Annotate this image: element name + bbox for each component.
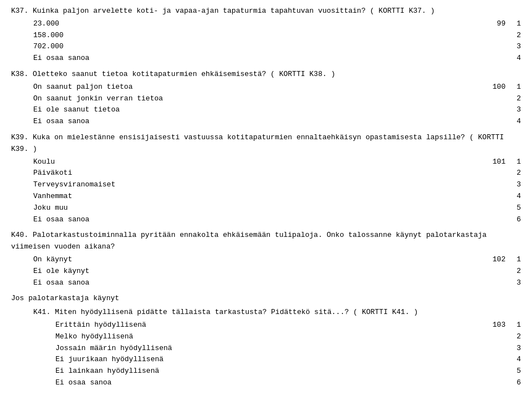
- answer-num2: 2: [516, 266, 521, 277]
- question-k37: K37. Kuinka paljon arvelette koti- ja va…: [11, 6, 521, 64]
- table-row: Ei lainkaan hyödyllisenä 5: [44, 366, 521, 377]
- answer-numbers: 3: [477, 179, 521, 191]
- k39-answers: Koulu 101 1 Päiväkoti 2 Terveysviranomai…: [11, 156, 521, 226]
- answer-num2: 2: [516, 331, 521, 343]
- table-row: Ei osaa sanoa 6: [44, 377, 521, 389]
- table-row: Terveysviranomaiset 3: [22, 179, 521, 191]
- question-k40-text: K40. Palotarkastustoiminnalla pyritään e…: [11, 230, 521, 253]
- answer-num2: 6: [516, 377, 521, 389]
- answer-label: Ei osaa sanoa: [33, 214, 477, 226]
- answer-numbers: 4: [477, 191, 521, 202]
- answer-label: Joku muu: [33, 202, 477, 214]
- answer-num2: 1: [516, 320, 521, 331]
- answer-numbers: 99 1: [477, 18, 521, 30]
- table-row: Melko hyödyllisenä 2: [44, 331, 521, 343]
- answer-numbers: 2: [477, 30, 521, 42]
- answer-num2: 1: [516, 18, 521, 30]
- answer-numbers: 4: [477, 354, 521, 366]
- answer-label: Melko hyödyllisenä: [55, 331, 477, 343]
- table-row: 702.000 3: [22, 41, 521, 53]
- answer-num1: 100: [493, 82, 505, 93]
- answer-numbers: 3: [477, 41, 521, 53]
- table-row: Ei ole käynyt 2: [22, 266, 521, 277]
- answer-numbers: 100 1: [477, 82, 521, 93]
- answer-label: Ei osaa sanoa: [33, 116, 477, 128]
- k37-answers: 23.000 99 1 158.000 2 702.000 3: [11, 18, 521, 64]
- answer-numbers: 101 1: [477, 156, 521, 168]
- answer-numbers: 5: [477, 366, 521, 377]
- answer-numbers: 2: [477, 266, 521, 277]
- table-row: Erittäin hyödyllisenä 103 1: [44, 320, 521, 331]
- k41-answers: Erittäin hyödyllisenä 103 1 Melko hyödyl…: [33, 320, 521, 389]
- answer-num1: 102: [493, 254, 505, 266]
- answer-num2: 1: [516, 254, 521, 266]
- answer-label: Terveysviranomaiset: [33, 179, 477, 191]
- answer-numbers: 2: [477, 93, 521, 105]
- answer-num2: 2: [516, 168, 521, 179]
- answer-num2: 1: [516, 156, 521, 168]
- answer-label: Ei juurikaan hyödyllisenä: [55, 354, 477, 366]
- answer-num2: 2: [516, 93, 521, 105]
- answer-num2: 4: [516, 116, 521, 128]
- answer-num2: 1: [516, 82, 521, 93]
- answer-num2: 5: [516, 202, 521, 214]
- answer-num2: 3: [516, 41, 521, 53]
- answer-numbers: 103 1: [477, 320, 521, 331]
- question-k38-text: K38. Oletteko saanut tietoa kotitapaturm…: [11, 69, 521, 80]
- table-row: Joku muu 5: [22, 202, 521, 214]
- answer-label: Jossain määrin hyödyllisenä: [55, 343, 477, 355]
- answer-num1: 101: [493, 156, 505, 168]
- answer-num2: 6: [516, 214, 521, 226]
- answer-numbers: 2: [477, 168, 521, 179]
- main-content: K37. Kuinka paljon arvelette koti- ja va…: [11, 6, 521, 389]
- answer-numbers: 2: [477, 331, 521, 343]
- k40-answers: On käynyt 102 1 Ei ole käynyt 2 Ei osaa …: [11, 254, 521, 288]
- answer-num2: 3: [516, 179, 521, 191]
- answer-num2: 3: [516, 343, 521, 355]
- answer-numbers: 6: [477, 377, 521, 389]
- answer-num1: 99: [497, 18, 506, 30]
- answer-label: Ei lainkaan hyödyllisenä: [55, 366, 477, 377]
- answer-numbers: 3: [477, 104, 521, 116]
- answer-num2: 4: [516, 53, 521, 64]
- answer-label: 23.000: [33, 18, 477, 30]
- table-row: Ei ole saanut tietoa 3: [22, 104, 521, 116]
- table-row: On saanut paljon tietoa 100 1: [22, 82, 521, 93]
- table-row: 23.000 99 1: [22, 18, 521, 30]
- table-row: Koulu 101 1: [22, 156, 521, 168]
- answer-num2: 3: [516, 277, 521, 289]
- table-row: On saanut jonkin verran tietoa 2: [22, 93, 521, 105]
- answer-label: Ei osaa sanoa: [33, 277, 477, 289]
- answer-label: On saanut paljon tietoa: [33, 82, 477, 93]
- table-row: Ei juurikaan hyödyllisenä 4: [44, 354, 521, 366]
- answer-label: Erittäin hyödyllisenä: [55, 320, 477, 331]
- answer-num2: 4: [516, 191, 521, 202]
- answer-numbers: 5: [477, 202, 521, 214]
- answer-label: Ei osaa sanoa: [55, 377, 477, 389]
- question-k41-text: K41. Miten hyödyllisenä pidätte tällaist…: [33, 307, 521, 318]
- table-row: Ei osaa sanoa 4: [22, 53, 521, 64]
- table-row: Ei osaa sanoa 3: [22, 277, 521, 289]
- answer-label: Ei ole käynyt: [33, 266, 477, 277]
- answer-label: Koulu: [33, 156, 477, 168]
- answer-label: Ei ole saanut tietoa: [33, 104, 477, 116]
- answer-numbers: 6: [477, 214, 521, 226]
- answer-num1: 103: [493, 320, 505, 331]
- question-k41-block: Jos palotarkastaja käynyt K41. Miten hyö…: [11, 293, 521, 388]
- answer-numbers: 3: [477, 343, 521, 355]
- answer-label: Vanhemmat: [33, 191, 477, 202]
- answer-numbers: 4: [477, 116, 521, 128]
- answer-numbers: 102 1: [477, 254, 521, 266]
- answer-label: Päiväkoti: [33, 168, 477, 179]
- answer-num2: 5: [516, 366, 521, 377]
- question-k38: K38. Oletteko saanut tietoa kotitapaturm…: [11, 69, 521, 128]
- table-row: Jossain määrin hyödyllisenä 3: [44, 343, 521, 355]
- table-row: On käynyt 102 1: [22, 254, 521, 266]
- table-row: Ei osaa sanoa 6: [22, 214, 521, 226]
- answer-numbers: 3: [477, 277, 521, 289]
- k41-section: K41. Miten hyödyllisenä pidätte tällaist…: [11, 307, 521, 389]
- k38-answers: On saanut paljon tietoa 100 1 On saanut …: [11, 82, 521, 128]
- table-row: 158.000 2: [22, 30, 521, 42]
- answer-numbers: 4: [477, 53, 521, 64]
- table-row: Vanhemmat 4: [22, 191, 521, 202]
